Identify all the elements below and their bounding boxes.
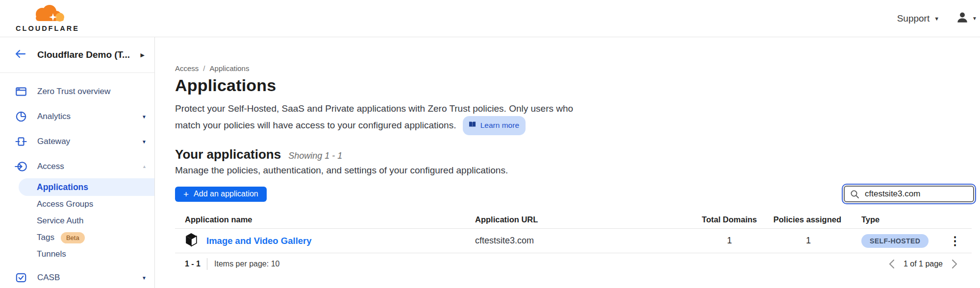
account-name: Cloudflare Demo (T... <box>37 49 141 60</box>
type-badge: SELF-HOSTED <box>861 234 929 248</box>
account-switcher: Cloudflare Demo (T... ▶ <box>0 37 154 73</box>
items-range: 1 - 1 <box>185 260 201 268</box>
sidebar-item-gateway[interactable]: Gateway ▼ <box>0 131 154 152</box>
analytics-caret-icon[interactable]: ▼ <box>142 114 147 120</box>
sidebar-item-label: Gateway <box>37 137 70 146</box>
breadcrumb-separator: / <box>203 64 205 72</box>
page-title: Applications <box>175 76 976 95</box>
showing-count: Showing 1 - 1 <box>288 151 342 161</box>
add-application-label: Add an application <box>194 190 258 198</box>
casb-caret-icon[interactable]: ▼ <box>142 275 147 281</box>
sidebar-item-tunnels[interactable]: Tunnels <box>19 246 154 263</box>
search-icon <box>850 190 859 201</box>
back-arrow-icon[interactable] <box>14 49 26 61</box>
sidebar-item-label: Access Groups <box>37 199 93 209</box>
gateway-caret-icon[interactable]: ▼ <box>142 139 147 144</box>
sidebar-nav: Zero Trust overview Analytics ▼ <box>0 81 154 288</box>
applications-table: Application name Application URL Total D… <box>175 211 972 253</box>
add-application-button[interactable]: + Add an application <box>175 187 267 202</box>
user-avatar-icon <box>956 11 969 26</box>
user-menu[interactable]: ▼ <box>956 11 977 26</box>
total-domains-cell: 1 <box>671 236 757 246</box>
description-line-2: match your policies will have access to … <box>175 120 456 130</box>
zero-trust-dashboard: CLOUDFLARE Support ▼ ▼ <box>0 0 980 288</box>
application-url-cell: cftestsite3.com <box>465 236 671 246</box>
beta-badge: Beta <box>61 232 85 243</box>
description-line-1: Protect your Self-Hosted, SaaS and Priva… <box>175 103 573 114</box>
type-cell: SELF-HOSTED <box>841 234 939 248</box>
learn-more-badge[interactable]: Learn more <box>463 116 526 135</box>
sidebar: Cloudflare Demo (T... ▶ Zero Trust overv… <box>0 37 155 288</box>
items-per-page[interactable]: Items per page: 10 <box>214 260 279 268</box>
support-caret-icon: ▼ <box>934 16 939 22</box>
support-menu[interactable]: Support ▼ <box>897 13 939 24</box>
sidebar-item-analytics[interactable]: Analytics ▼ <box>0 106 154 127</box>
access-collapse-icon[interactable]: ▲ <box>142 164 147 169</box>
pie-chart-icon <box>15 110 27 123</box>
app-cube-icon <box>185 233 198 249</box>
policies-assigned-cell: 1 <box>757 236 841 246</box>
column-header-type: Type <box>841 215 939 224</box>
table-row: Image and Video Gallery cftestsite3.com … <box>175 229 972 253</box>
sidebar-item-zero-trust-overview[interactable]: Zero Trust overview <box>0 81 154 102</box>
column-header-application-url: Application URL <box>465 215 671 224</box>
cloudflare-wordmark: CLOUDFLARE <box>16 24 79 32</box>
sidebar-item-label: Applications <box>37 182 88 192</box>
browser-window-icon <box>15 85 27 98</box>
search-field <box>842 184 976 204</box>
breadcrumb: Access / Applications <box>175 64 976 72</box>
application-link[interactable]: Image and Video Gallery <box>206 236 312 246</box>
section-header: Your applications Showing 1 - 1 <box>175 147 976 162</box>
application-name-cell: Image and Video Gallery <box>175 233 465 249</box>
table-footer: 1 - 1 Items per page: 10 1 of 1 page <box>175 258 972 270</box>
plus-icon: + <box>183 190 189 199</box>
sidebar-item-label: Access <box>37 162 64 171</box>
footer-divider <box>207 258 207 270</box>
sidebar-item-label: CASB <box>37 273 60 283</box>
sidebar-item-casb[interactable]: CASB ▼ <box>0 267 154 288</box>
top-bar: CLOUDFLARE Support ▼ ▼ <box>0 0 980 37</box>
sidebar-item-label: Service Auth <box>37 216 83 226</box>
page-description: Protect your Self-Hosted, SaaS and Priva… <box>175 101 976 135</box>
sidebar-item-tags[interactable]: Tags Beta <box>19 229 154 246</box>
top-bar-actions: Support ▼ ▼ <box>897 11 977 26</box>
sidebar-item-applications[interactable]: Applications <box>19 178 154 196</box>
sidebar-item-label: Analytics <box>37 112 71 121</box>
casb-check-icon <box>15 271 27 284</box>
page-indicator: 1 of 1 page <box>904 260 943 268</box>
access-login-icon <box>15 160 27 173</box>
table-header-row: Application name Application URL Total D… <box>175 211 972 229</box>
column-header-policies-assigned: Policies assigned <box>757 215 841 224</box>
section-subtitle: Manage the policies, authentication, and… <box>175 165 976 176</box>
sidebar-item-label: Tunnels <box>37 249 66 259</box>
column-header-application-name: Application name <box>175 215 465 224</box>
column-header-total-domains: Total Domains <box>671 215 757 224</box>
search-input[interactable] <box>844 186 974 202</box>
previous-page-icon[interactable] <box>888 259 895 269</box>
sidebar-item-label: Tags <box>37 233 54 242</box>
gateway-icon <box>15 135 27 148</box>
book-icon <box>468 118 477 133</box>
breadcrumb-applications: Applications <box>210 64 250 72</box>
account-expand-icon[interactable]: ▶ <box>141 52 145 58</box>
cloudflare-logo: CLOUDFLARE <box>11 4 84 32</box>
sidebar-item-access-groups[interactable]: Access Groups <box>19 196 154 213</box>
pagination-controls: 1 of 1 page <box>888 259 972 269</box>
sidebar-item-label: Zero Trust overview <box>37 87 110 96</box>
support-label: Support <box>897 13 930 24</box>
learn-more-label: Learn more <box>480 118 519 133</box>
action-row: + Add an application <box>175 183 976 205</box>
sidebar-item-access[interactable]: Access ▲ <box>0 156 154 177</box>
main-content: Access / Applications Applications Prote… <box>155 37 980 288</box>
pagination-summary: 1 - 1 Items per page: 10 <box>175 258 279 270</box>
user-caret-icon: ▼ <box>972 16 977 21</box>
section-title: Your applications <box>175 147 281 162</box>
breadcrumb-access[interactable]: Access <box>175 64 199 72</box>
row-kebab-menu-icon[interactable]: ⋮ <box>939 235 972 247</box>
cloudflare-cloud-icon <box>27 4 68 24</box>
sidebar-item-service-auth[interactable]: Service Auth <box>19 213 154 229</box>
next-page-icon[interactable] <box>952 259 958 269</box>
